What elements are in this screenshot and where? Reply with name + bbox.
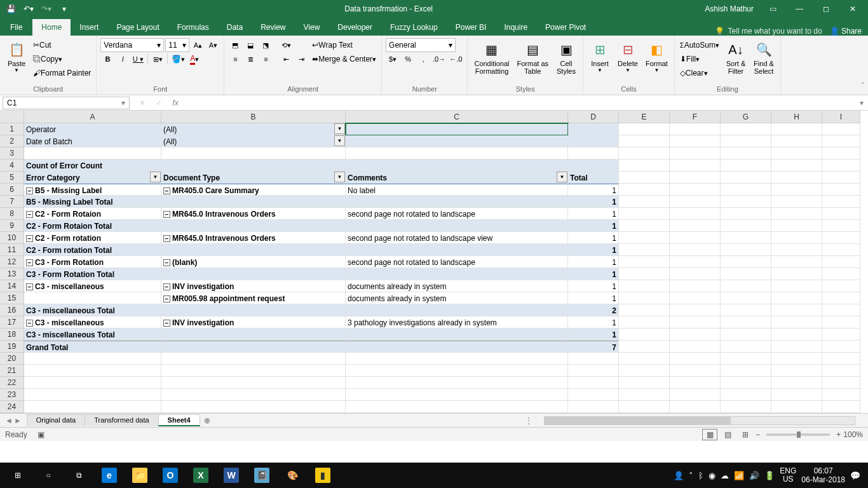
cell[interactable] bbox=[822, 365, 860, 377]
cell[interactable] bbox=[619, 292, 670, 304]
cell[interactable]: C3 - miscellaneous Total bbox=[24, 329, 161, 341]
cell[interactable] bbox=[822, 316, 860, 329]
cell[interactable]: 2 bbox=[568, 304, 619, 316]
cell[interactable] bbox=[670, 220, 721, 232]
cell[interactable]: Document Type▼ bbox=[161, 172, 346, 184]
people-icon[interactable]: 👤 bbox=[674, 471, 684, 480]
cell[interactable] bbox=[670, 123, 721, 135]
collapse-icon[interactable]: − bbox=[163, 320, 170, 327]
cell[interactable]: 1 bbox=[568, 316, 619, 329]
cell[interactable] bbox=[24, 353, 161, 365]
volume-icon[interactable]: 🔊 bbox=[749, 471, 759, 480]
cell[interactable] bbox=[771, 184, 822, 196]
explorer-button[interactable]: 📁 bbox=[125, 463, 155, 488]
decrease-decimal-icon[interactable]: ←.0 bbox=[448, 52, 463, 66]
cell[interactable] bbox=[721, 208, 771, 220]
cell[interactable] bbox=[771, 147, 822, 159]
cell[interactable]: C3 - Form Rotation Total bbox=[24, 268, 161, 280]
cell[interactable] bbox=[619, 244, 670, 256]
start-button[interactable]: ⊞ bbox=[3, 463, 33, 488]
bluetooth-icon[interactable]: ᛒ bbox=[698, 471, 703, 480]
cell[interactable] bbox=[822, 196, 860, 208]
cell[interactable] bbox=[346, 220, 568, 232]
number-format-combo[interactable]: General▾ bbox=[386, 38, 456, 52]
sheet-next-icon[interactable]: ► bbox=[14, 416, 22, 425]
cell[interactable] bbox=[161, 244, 346, 256]
cell[interactable] bbox=[568, 353, 619, 365]
cell[interactable] bbox=[161, 365, 346, 377]
cell[interactable] bbox=[619, 256, 670, 268]
collapse-icon[interactable]: − bbox=[163, 283, 170, 290]
cell[interactable] bbox=[771, 304, 822, 316]
comma-format-icon[interactable]: , bbox=[416, 52, 430, 66]
cell[interactable] bbox=[771, 280, 822, 292]
cell[interactable] bbox=[822, 220, 860, 232]
cell[interactable]: 1 bbox=[568, 268, 619, 280]
cell[interactable]: documents already in system bbox=[346, 280, 568, 292]
collapse-icon[interactable]: − bbox=[26, 283, 33, 290]
normal-view-icon[interactable]: ▦ bbox=[702, 429, 717, 440]
row-header[interactable]: 17 bbox=[0, 316, 24, 329]
cell[interactable]: Count of Error Count bbox=[24, 159, 161, 172]
cancel-formula-icon[interactable]: ✕ bbox=[135, 98, 150, 107]
font-size-combo[interactable]: 11▾ bbox=[165, 38, 189, 52]
cell[interactable] bbox=[721, 280, 771, 292]
col-header[interactable]: E bbox=[619, 111, 670, 123]
decrease-font-icon[interactable]: A▾ bbox=[206, 38, 220, 52]
cell[interactable] bbox=[822, 304, 860, 316]
cell[interactable] bbox=[721, 220, 771, 232]
cell[interactable] bbox=[670, 244, 721, 256]
cell[interactable] bbox=[822, 123, 860, 135]
cell[interactable] bbox=[161, 341, 346, 353]
cell[interactable] bbox=[346, 196, 568, 208]
cell[interactable] bbox=[619, 280, 670, 292]
cell[interactable] bbox=[822, 280, 860, 292]
cell[interactable] bbox=[619, 304, 670, 316]
cell[interactable] bbox=[721, 196, 771, 208]
expand-formula-icon[interactable]: ▾ bbox=[855, 98, 868, 107]
cell[interactable] bbox=[346, 377, 568, 389]
cell[interactable] bbox=[721, 123, 771, 135]
cell[interactable] bbox=[619, 232, 670, 244]
cell[interactable] bbox=[721, 244, 771, 256]
cell[interactable] bbox=[771, 172, 822, 184]
align-center-icon[interactable]: ≣ bbox=[243, 52, 257, 66]
battery-icon[interactable]: 🔋 bbox=[764, 471, 775, 480]
collapse-icon[interactable]: − bbox=[163, 187, 170, 194]
cell[interactable]: 1 bbox=[568, 184, 619, 196]
cell[interactable]: (All)▼ bbox=[161, 123, 346, 135]
cell[interactable]: Operator bbox=[24, 123, 161, 135]
row-header[interactable]: 16 bbox=[0, 304, 24, 316]
language-indicator[interactable]: ENGUS bbox=[780, 467, 796, 484]
decrease-indent-icon[interactable]: ⇤ bbox=[279, 52, 293, 66]
wifi-icon[interactable]: 📶 bbox=[734, 471, 744, 480]
collapse-icon[interactable]: − bbox=[163, 259, 170, 266]
cell[interactable]: second page not rotated to landscape bbox=[346, 208, 568, 220]
cell[interactable]: 3 pathology investigations already in sy… bbox=[346, 316, 568, 329]
cell[interactable] bbox=[346, 389, 568, 401]
cell[interactable] bbox=[721, 341, 771, 353]
row-header[interactable]: 13 bbox=[0, 268, 24, 280]
share-button[interactable]: 👤 Share bbox=[830, 27, 862, 36]
cell[interactable] bbox=[822, 292, 860, 304]
row-header[interactable]: 15 bbox=[0, 292, 24, 304]
cell[interactable] bbox=[670, 389, 721, 401]
cell[interactable] bbox=[771, 196, 822, 208]
col-header[interactable]: C bbox=[346, 111, 568, 123]
cell[interactable] bbox=[771, 123, 822, 135]
cell[interactable] bbox=[822, 341, 860, 353]
row-header[interactable]: 6 bbox=[0, 184, 24, 196]
cell[interactable] bbox=[822, 147, 860, 159]
format-cells-button[interactable]: ◧Format▼ bbox=[643, 38, 670, 74]
cell[interactable] bbox=[822, 172, 860, 184]
cell[interactable] bbox=[771, 232, 822, 244]
cell[interactable]: 1 bbox=[568, 329, 619, 341]
cell[interactable] bbox=[721, 389, 771, 401]
cell[interactable] bbox=[670, 329, 721, 341]
cell[interactable] bbox=[670, 280, 721, 292]
cell[interactable] bbox=[568, 377, 619, 389]
formula-input[interactable] bbox=[186, 97, 855, 109]
cell[interactable] bbox=[721, 329, 771, 341]
cell[interactable] bbox=[346, 353, 568, 365]
col-header[interactable]: H bbox=[771, 111, 822, 123]
